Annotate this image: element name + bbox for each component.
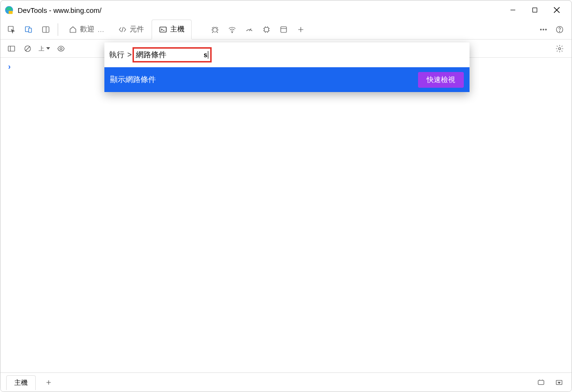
- help-icon[interactable]: [552, 21, 568, 38]
- drawer-add-tab-icon[interactable]: [41, 374, 57, 391]
- console-settings-icon[interactable]: [552, 41, 567, 56]
- terminal-icon: [159, 25, 167, 34]
- command-input-row: 執行 > s: [104, 42, 470, 67]
- inspect-icon[interactable]: [3, 21, 20, 38]
- add-tab-icon[interactable]: [293, 21, 309, 38]
- tab-elements[interactable]: 元件: [112, 20, 151, 40]
- app-icon: [4, 5, 14, 15]
- titlebar: DevTools - www.bing.com/: [0, 0, 572, 20]
- svg-point-22: [545, 29, 546, 30]
- maximize-button[interactable]: [524, 2, 546, 18]
- command-trailing-char: s: [204, 51, 208, 59]
- svg-point-30: [559, 47, 561, 50]
- svg-point-13: [232, 32, 233, 33]
- svg-rect-16: [281, 27, 286, 32]
- drawer-right: [534, 376, 566, 389]
- command-input-highlight: s: [133, 47, 212, 62]
- command-result-item[interactable]: 顯示網路條件 快速檢視: [104, 67, 470, 92]
- dock-toggle-icon[interactable]: [38, 21, 54, 38]
- svg-rect-8: [29, 28, 31, 32]
- drawer: 主機: [0, 372, 572, 392]
- window-controls: [502, 2, 568, 18]
- drawer-tab-console[interactable]: 主機: [6, 375, 36, 390]
- device-toggle-icon[interactable]: [20, 21, 37, 38]
- context-label: 上: [39, 46, 44, 51]
- more-icon[interactable]: [535, 21, 552, 38]
- network-icon[interactable]: [224, 21, 240, 38]
- console-body[interactable]: ›: [0, 58, 572, 372]
- command-prompt: >: [127, 51, 132, 59]
- toolbar-right: [535, 21, 572, 38]
- command-input[interactable]: [136, 51, 203, 59]
- command-result-badge: 快速檢視: [418, 72, 464, 88]
- minimize-button[interactable]: [502, 2, 524, 18]
- command-run-label: 執行: [109, 50, 124, 60]
- clear-console-icon[interactable]: [20, 41, 35, 56]
- svg-point-24: [559, 31, 560, 31]
- tab-console[interactable]: 主機: [152, 20, 192, 40]
- home-icon: [69, 25, 77, 34]
- command-menu: 執行 > s 顯示網路條件 快速檢視: [104, 42, 470, 92]
- svg-rect-25: [8, 46, 15, 51]
- drawer-tab-label: 主機: [14, 379, 28, 386]
- svg-point-12: [213, 28, 217, 32]
- issues-icon[interactable]: [534, 376, 548, 389]
- tab-welcome[interactable]: 歡迎 …: [62, 20, 111, 40]
- tab-welcome-label: 歡迎: [80, 25, 94, 34]
- command-result-label: 顯示網路條件: [110, 75, 156, 85]
- memory-icon[interactable]: [258, 21, 275, 38]
- code-icon: [118, 25, 127, 34]
- svg-rect-1: [9, 11, 12, 14]
- svg-rect-3: [533, 8, 537, 12]
- console-prompt-icon: ›: [8, 62, 10, 71]
- window-title: DevTools - www.bing.com/: [18, 6, 102, 14]
- close-button[interactable]: [546, 2, 568, 18]
- tab-elements-label: 元件: [130, 25, 144, 34]
- svg-rect-11: [160, 27, 166, 32]
- separator: [58, 23, 58, 36]
- expand-drawer-icon[interactable]: [552, 376, 566, 389]
- application-icon[interactable]: [276, 21, 292, 38]
- svg-rect-15: [265, 27, 269, 31]
- svg-rect-9: [42, 27, 49, 32]
- live-expression-icon[interactable]: [54, 41, 68, 56]
- svg-line-28: [26, 46, 30, 51]
- svg-rect-33: [538, 380, 544, 384]
- main-toolbar: 歡迎 … 元件 主機: [0, 20, 572, 40]
- svg-point-20: [541, 29, 541, 30]
- svg-point-29: [60, 47, 62, 50]
- bug-icon[interactable]: [207, 21, 223, 38]
- svg-point-21: [543, 29, 544, 30]
- tab-console-label: 主機: [170, 25, 184, 34]
- context-selector[interactable]: 上: [37, 45, 52, 52]
- sidebar-toggle-icon[interactable]: [4, 41, 19, 56]
- performance-icon[interactable]: [241, 21, 257, 38]
